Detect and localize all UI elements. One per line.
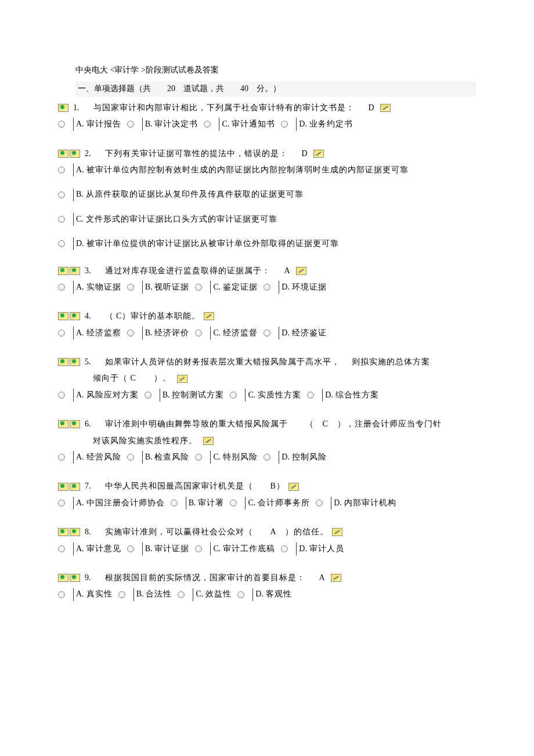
radio-icon[interactable] [127,330,134,337]
question-line: 2.下列有关审计证据可靠性的提法中，错误的是：D [58,147,476,160]
radio-icon[interactable] [58,454,65,461]
separator-bar [142,327,143,339]
question-text: 根据我国目前的实际情况，国家审计的首要目标是： [105,571,305,584]
option-text: 审计署 [198,497,224,509]
marker-icon [70,574,80,582]
radio-icon[interactable] [118,591,125,598]
radio-icon[interactable] [58,545,65,552]
option-item: C.特别风险 [195,451,258,464]
option-label: A. [76,451,84,464]
option-label: D. [325,389,333,401]
options: A.中国注册会计师协会B.审计署C.会计师事务所D.内部审计机构 [58,497,476,512]
option-item: A.被审计单位内部控制有效时生成的内部证据比内部控制薄弱时生成的内部证据更可靠 [58,164,470,176]
option-item: C.鉴定证据 [195,281,258,294]
marker-icon [58,267,68,275]
separator-bar [73,164,74,176]
question-block: 6.审计准则中明确由舞弊导致的重大错报风险属于 （ C ），注册会计师应当专门针… [58,418,476,466]
question-line: 9.根据我国目前的实际情况，国家审计的首要目标是：A [58,571,476,584]
radio-icon[interactable] [237,591,244,598]
radio-icon[interactable] [307,392,314,399]
question-line-cont: 对该风险实施实质性程序。 [93,435,476,447]
option-text: 经济监察 [86,327,121,339]
options: A.经营风险B.检查风险C.特别风险D.控制风险 [58,451,476,466]
radio-icon[interactable] [264,330,270,337]
radio-icon[interactable] [171,500,178,507]
separator-bar [331,497,331,509]
marker-icon [70,150,80,158]
radio-icon[interactable] [230,500,237,507]
options: A.经济监察B.经济评价C.经济监督D.经济鉴证 [58,327,476,342]
radio-icon[interactable] [58,191,65,198]
option-label: D. [76,237,84,250]
option-text: 业务约定书 [309,118,353,131]
option-label: C. [213,281,221,294]
separator-bar [142,451,143,464]
section-heading: 一、单项选择题（共 20 道试题，共 40 分。） [75,81,476,96]
radio-icon[interactable] [195,454,202,461]
option-text: 经济鉴证 [292,327,327,339]
option-label: A. [76,542,84,555]
option-item: D.经济鉴证 [264,327,327,339]
radio-icon[interactable] [58,284,65,291]
marker-icon [70,528,80,536]
question-line: 5.如果审计人员评估的财务报表层次重大错报风险属于高水平，则拟实施的总体方案 [58,356,476,368]
radio-icon[interactable] [195,284,202,291]
radio-icon[interactable] [204,121,211,128]
radio-icon[interactable] [58,392,65,399]
question-text-cont: 倾向于（ C ）。 [93,372,171,385]
radio-icon[interactable] [195,545,202,552]
radio-icon[interactable] [127,545,134,552]
question-line: 8.实施审计准则，可以赢得社会公众对（ A ）的信任。 [58,526,476,538]
radio-icon[interactable] [195,330,202,337]
separator-bar [134,588,134,601]
option-text: 审计决定书 [154,118,198,131]
options: A.风险应对方案B.控制测试方案C.实质性方案D.综合性方案 [58,389,476,404]
question-tail-text: 则拟实施的总体方案 [352,356,430,368]
radio-icon[interactable] [58,167,65,173]
question-number: 5. [85,356,91,368]
option-text: 经济监督 [223,327,258,339]
radio-icon[interactable] [281,121,288,128]
radio-icon[interactable] [58,591,65,598]
pencil-marker-icon [380,104,391,112]
radio-icon[interactable] [127,454,134,461]
separator-bar [73,497,74,509]
radio-icon[interactable] [58,500,65,507]
question-text: 中华人民共和国最高国家审计机关是（ B） [105,480,285,493]
option-text: 风险应对方案 [86,389,139,401]
option-item: A.审计意见 [58,542,121,555]
radio-icon[interactable] [230,392,237,399]
marker-icon [70,483,80,491]
question-block: 4.（ C）审计的基本职能。A.经济监察B.经济评价C.经济监督D.经济鉴证 [58,310,476,342]
radio-icon[interactable] [145,392,151,399]
question-text: 与国家审计和内部审计相比，下列属于社会审计特有的审计文书是： [93,102,355,114]
radio-icon[interactable] [58,240,65,247]
option-label: C. [248,389,255,401]
radio-icon[interactable] [58,330,65,337]
options: A.真实性B.合法性C.效益性D.客观性 [58,588,476,603]
separator-bar [73,389,74,401]
radio-icon[interactable] [178,591,185,598]
radio-icon[interactable] [58,216,65,223]
radio-icon[interactable] [127,121,134,128]
separator-bar [279,451,279,464]
option-text: 内部审计机构 [344,497,396,509]
separator-bar [73,189,74,201]
option-label: C. [222,118,229,131]
option-text: 审计证据 [154,542,189,555]
option-item: A.审计报告 [58,118,121,131]
option-item: B.控制测试方案 [145,389,225,401]
option-item: C.效益性 [178,588,232,601]
radio-icon[interactable] [264,284,270,291]
radio-icon[interactable] [316,500,323,507]
option-item: C.文件形式的审计证据比口头方式的审计证据更可靠 [58,213,470,226]
option-label: D. [255,588,264,601]
radio-icon[interactable] [127,284,134,291]
radio-icon[interactable] [58,121,65,128]
radio-icon[interactable] [281,545,288,552]
options: A.被审计单位内部控制有效时生成的内部证据比内部控制薄弱时生成的内部证据更可靠B… [58,164,476,251]
option-label: B. [136,588,144,601]
radio-icon[interactable] [264,454,270,461]
marker-icon [58,528,68,536]
question-number: 6. [85,418,91,431]
